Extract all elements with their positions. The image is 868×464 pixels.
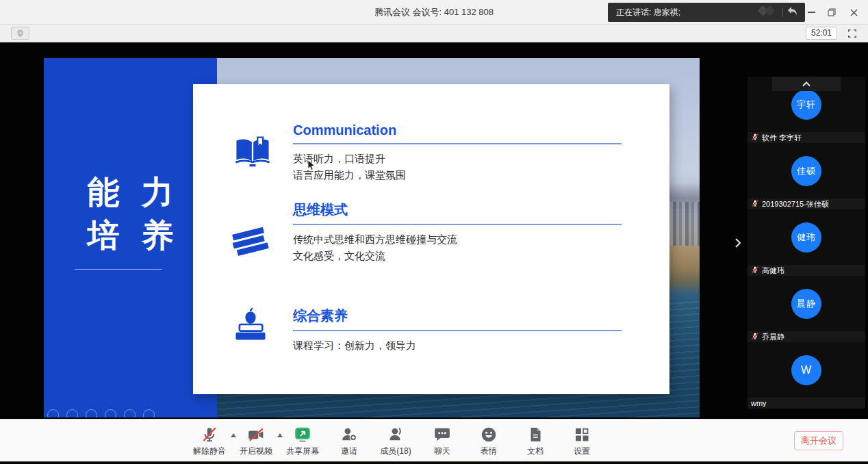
avatar: W — [791, 355, 821, 385]
mic-muted-icon — [751, 332, 759, 341]
restore-button[interactable] — [823, 0, 841, 25]
share-screen-button[interactable]: 共享屏幕 — [279, 424, 326, 457]
participant-video: 健玮 — [748, 209, 865, 265]
social-circle-icon — [47, 409, 59, 417]
participant-name: 2019302715-张佳硕 — [762, 199, 829, 209]
security-shield-button[interactable] — [11, 27, 29, 40]
sidebar-collapse-button[interactable] — [772, 77, 841, 91]
participant-name-bar: 2019302715-张佳硕 — [748, 198, 865, 209]
participant-name: 软件 李宇轩 — [762, 133, 802, 143]
participant-name: 乔晨静 — [762, 332, 784, 342]
docs-button[interactable]: 文档 — [512, 424, 559, 457]
invite-icon — [340, 424, 358, 445]
book-stack-icon — [230, 224, 270, 263]
panel-title-line1: 能力 — [44, 170, 217, 214]
participants-sidebar: 宇轩 软件 李宇轩 佳硕 2019302715-张佳硕 — [748, 77, 865, 409]
microphone-muted-icon — [201, 424, 218, 445]
speaking-toast: 正在讲话: 唐家祺; — [608, 3, 805, 22]
participant-tiles: 宇轩 软件 李宇轩 佳硕 2019302715-张佳硕 — [748, 77, 865, 409]
shared-screen-area: 能力 培养 — [0, 42, 868, 419]
return-arrow-icon[interactable] — [787, 6, 798, 18]
settings-icon — [574, 424, 590, 445]
social-circle-icon — [143, 409, 155, 417]
section-line: 语言应用能力，课堂氛围 — [293, 167, 622, 183]
close-button[interactable] — [845, 0, 863, 25]
settings-button[interactable]: 设置 — [559, 424, 605, 457]
chat-icon — [433, 424, 451, 445]
social-icons-row — [47, 409, 155, 417]
tool-label: 邀请 — [341, 446, 357, 457]
social-circle-icon — [86, 409, 97, 417]
unmute-button[interactable]: 解除静音 — [186, 424, 233, 457]
section-underline — [293, 143, 622, 144]
chat-button[interactable]: 聊天 — [419, 424, 465, 457]
meeting-logo-icon — [755, 4, 778, 21]
tool-label: 解除静音 — [193, 446, 226, 457]
social-circle-icon — [66, 409, 78, 417]
start-video-button[interactable]: 开启视频 — [233, 424, 279, 457]
panel-divider — [75, 269, 162, 270]
status-bar: 52:01 — [0, 25, 868, 42]
slide-section-communication: Communication 英语听力，口语提升 语言应用能力，课堂氛围 — [293, 123, 622, 183]
restore-icon — [828, 8, 836, 16]
fullscreen-icon — [847, 29, 857, 38]
camera-off-icon — [246, 424, 266, 445]
speaking-label: 正在讲话: 唐家祺; — [616, 7, 680, 18]
minimize-icon — [808, 12, 815, 13]
participant-tile[interactable]: 健玮 高健玮 — [748, 209, 865, 276]
participant-video: 佳硕 — [748, 143, 865, 198]
mic-muted-icon — [751, 266, 759, 275]
tool-label: 开启视频 — [240, 446, 272, 457]
tool-label: 共享屏幕 — [286, 446, 319, 457]
sidebar-expand-button[interactable] — [731, 235, 745, 251]
presentation-slide: 能力 培养 — [44, 58, 700, 417]
tool-label: 聊天 — [434, 446, 450, 457]
taskbar-strip — [0, 461, 868, 464]
tool-label: 设置 — [574, 446, 590, 457]
avatar: 健玮 — [791, 222, 821, 253]
participant-name: 高健玮 — [762, 266, 784, 276]
section-line: 英语听力，口语提升 — [293, 151, 622, 167]
section-underline — [293, 224, 622, 225]
section-underline — [293, 330, 622, 331]
close-icon — [850, 9, 858, 16]
participant-name-bar: 乔晨静 — [748, 331, 865, 342]
section-heading: 思维模式 — [293, 201, 622, 219]
slide-section-mindset: 思维模式 传统中式思维和西方思维碰撞与交流 文化感受，文化交流 — [293, 201, 622, 264]
mouse-cursor — [307, 159, 316, 174]
participant-tile[interactable]: W wmy — [748, 342, 865, 409]
participant-name-bar: 高健玮 — [748, 265, 865, 276]
tool-label: 文档 — [527, 446, 544, 457]
avatar: 晨静 — [791, 289, 821, 319]
meeting-toolbar: 解除静音 开启视频 共享屏幕 邀请 — [0, 419, 868, 461]
mic-muted-icon — [751, 133, 759, 142]
avatar: 佳硕 — [791, 156, 821, 186]
slide-left-panel: 能力 培养 — [44, 58, 217, 417]
participant-tile[interactable]: 晨静 乔晨静 — [748, 276, 865, 342]
section-line: 传统中式思维和西方思维碰撞与交流 — [293, 231, 622, 248]
slide-section-quality: 综合素养 课程学习：创新力，领导力 — [293, 307, 622, 354]
document-icon — [527, 424, 544, 445]
leave-meeting-button[interactable]: 离开会议 — [794, 431, 843, 450]
participant-tile[interactable]: 佳硕 2019302715-张佳硕 — [748, 143, 865, 209]
chevron-up-icon — [802, 81, 811, 87]
social-circle-icon — [124, 409, 136, 417]
tencent-meeting-window: 腾讯会议 会议号: 401 132 808 正在讲话: 唐家祺; 52:01 — [0, 0, 868, 464]
emoji-button[interactable]: 表情 — [465, 424, 512, 457]
participant-name-bar: wmy — [748, 398, 865, 409]
members-button[interactable]: 成员(18) — [372, 424, 419, 457]
chevron-right-icon — [735, 237, 741, 248]
slide-content-card: Communication 英语听力，口语提升 语言应用能力，课堂氛围 — [193, 84, 669, 394]
section-line: 课程学习：创新力，领导力 — [293, 337, 622, 354]
invite-button[interactable]: 邀请 — [326, 424, 372, 457]
fullscreen-button[interactable] — [845, 27, 860, 40]
slide-panel-title: 能力 培养 — [44, 170, 217, 257]
section-heading: 综合素养 — [293, 307, 622, 325]
meeting-timer: 52:01 — [806, 27, 837, 40]
shield-icon — [16, 29, 25, 38]
apple-books-icon — [231, 307, 270, 346]
panel-title-line2: 培养 — [44, 214, 217, 257]
meeting-title: 腾讯会议 会议号: 401 132 808 — [374, 6, 494, 18]
tool-label: 表情 — [481, 446, 497, 457]
members-icon — [387, 424, 405, 445]
